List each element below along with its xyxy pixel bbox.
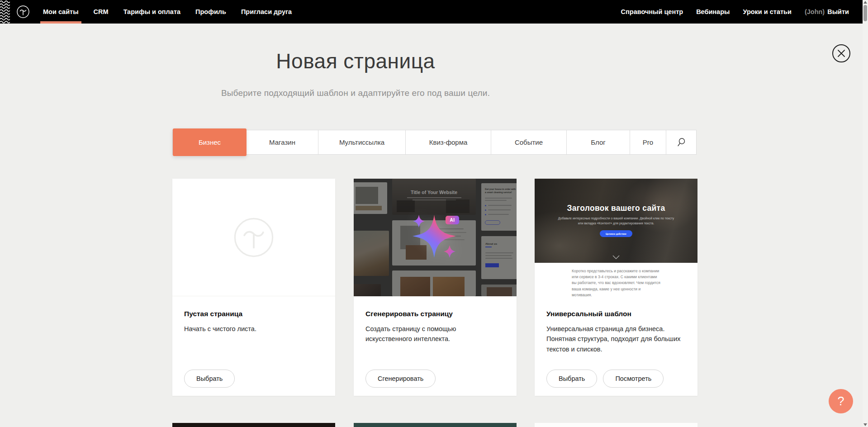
category-tab[interactable]: Магазин	[247, 130, 318, 154]
nav-item-label: Справочный центр	[621, 8, 683, 15]
template-card-blank: Пустая страница Начать с чистого листа. …	[172, 179, 335, 396]
category-tab-label: Мультиссылка	[339, 138, 384, 146]
template-category-tabs: Бизнес Магазин Мультиссылка Квиз-форма С…	[172, 130, 697, 155]
nav-item-label: CRM	[94, 8, 109, 15]
nav-item[interactable]: Тарифы и оплата	[123, 0, 180, 24]
ai-badge: AI	[446, 216, 459, 224]
tilda-watermark-icon	[232, 216, 275, 259]
preview-hero-title: Заголовок вашего сайта	[535, 204, 697, 213]
card-action-button[interactable]: Сгенерировать	[365, 370, 436, 388]
card-action-button[interactable]: Выбрать	[546, 370, 597, 388]
category-tab-label: Квиз-форма	[429, 138, 468, 146]
help-button[interactable]: ?	[829, 389, 853, 413]
page-title: Новая страница	[172, 49, 539, 73]
close-button[interactable]	[832, 44, 850, 62]
card-title: Сгенерировать страницу	[365, 310, 505, 318]
scroll-up-arrow[interactable]	[863, 1, 867, 4]
main-nav: Мои сайты CRM Тарифы и оплата Профиль Пр…	[43, 0, 292, 24]
card-description: Создать страницу с помощью искусственног…	[365, 324, 487, 344]
nav-item[interactable]: Вебинары	[696, 0, 730, 24]
card-description: Начать с чистого листа.	[184, 324, 323, 334]
website-collage: Title of Your Website	[354, 179, 517, 296]
close-icon	[837, 49, 845, 57]
nav-item[interactable]: Мои сайты	[43, 0, 79, 24]
blank-template-preview	[172, 179, 335, 296]
nav-item-label: Тарифы и оплата	[123, 8, 180, 15]
nav-item-label: Уроки и статьи	[743, 8, 791, 15]
category-tab-label: Бизнес	[199, 138, 221, 146]
category-tab[interactable]: Pro	[630, 130, 666, 154]
scrollbar	[863, 0, 868, 427]
nav-item-label: Вебинары	[696, 8, 730, 15]
category-tab-label: Блог	[591, 138, 605, 146]
universal-template-preview: Заголовок вашего сайта Добавьте интересн…	[535, 179, 697, 296]
preview-hero-subtitle: Добавьте интересные подробности о вашей …	[557, 216, 675, 226]
card-action-button[interactable]: Выбрать	[184, 370, 235, 388]
card-title: Универсальный шаблон	[546, 310, 686, 318]
nav-item[interactable]: Справочный центр	[621, 0, 683, 24]
nav-item-label: Пригласи друга	[241, 8, 292, 15]
nav-item[interactable]: Уроки и статьи	[743, 0, 791, 24]
nav-item[interactable]: Пригласи друга	[241, 0, 292, 24]
category-tab[interactable]: Квиз-форма	[406, 130, 491, 154]
category-tab[interactable]: Мультиссылка	[318, 130, 406, 154]
tilda-logo[interactable]	[16, 5, 30, 19]
card-action-button[interactable]: Посмотреть	[603, 370, 664, 388]
chevron-down-icon	[612, 255, 620, 259]
ai-template-preview: Title of Your Website	[354, 179, 517, 296]
scroll-down-arrow[interactable]	[863, 423, 867, 426]
secondary-nav: Справочный центр Вебинары Уроки и статьи…	[621, 0, 849, 24]
zigzag-pattern-icon	[0, 0, 10, 24]
tab-search[interactable]	[666, 130, 696, 154]
category-tab-label: Pro	[643, 138, 653, 146]
preview-hero: Заголовок вашего сайта Добавьте интересн…	[535, 179, 697, 263]
template-card-ai-generate: Title of Your Website	[354, 179, 517, 396]
category-tab[interactable]: Блог	[567, 130, 630, 154]
nav-item-label: Профиль	[195, 8, 226, 15]
card-description: Универсальная страница для бизнеса. Поня…	[546, 324, 686, 354]
nav-item[interactable]: Профиль	[195, 0, 226, 24]
category-tab[interactable]: Событие	[491, 130, 567, 154]
nav-item-label: Мои сайты	[43, 8, 79, 15]
logout-link[interactable]: (John) Выйти	[805, 0, 849, 24]
preview-body-text: Коротко представьтесь и расскажите о ком…	[572, 268, 660, 296]
preview-hero-button: Целевое действие	[600, 230, 632, 237]
category-tab[interactable]: Бизнес	[173, 128, 247, 156]
category-tab-label: Событие	[515, 138, 543, 146]
nav-item[interactable]: CRM	[94, 0, 109, 24]
page-subtitle: Выберите подходящий шаблон и адаптируйте…	[172, 88, 539, 98]
category-tab-label: Магазин	[269, 138, 295, 146]
template-card-universal: Заголовок вашего сайта Добавьте интересн…	[535, 179, 697, 396]
preview-body: Коротко представьтесь и расскажите о ком…	[535, 263, 697, 296]
search-icon	[677, 138, 686, 147]
logout-label: Выйти	[827, 8, 849, 15]
next-row-card-preview	[354, 423, 517, 427]
topbar: Мои сайты CRM Тарифы и оплата Профиль Пр…	[0, 0, 863, 24]
next-row-card-preview	[172, 423, 335, 427]
user-name: (John)	[805, 8, 825, 15]
next-row-card-preview	[535, 423, 697, 427]
scrollbar-thumb[interactable]	[863, 5, 867, 21]
card-title: Пустая страница	[184, 310, 323, 318]
